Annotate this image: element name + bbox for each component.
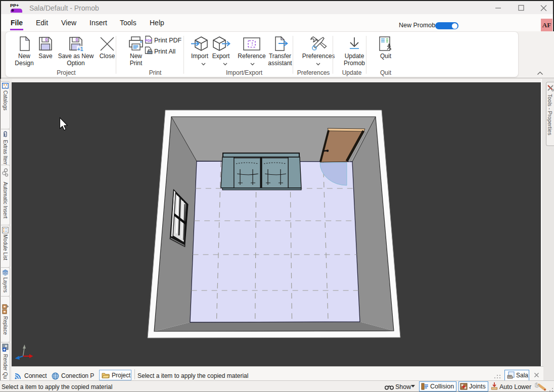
svg-text:PDF: PDF: [145, 39, 153, 42]
svg-text:PP+: PP+: [10, 3, 19, 8]
svg-text:+1: +1: [77, 46, 83, 52]
